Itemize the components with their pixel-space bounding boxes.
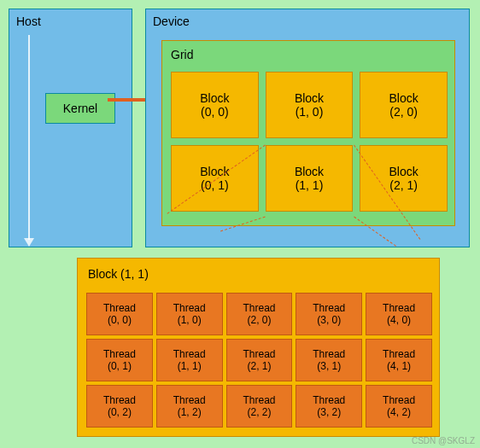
watermark-text: CSDN @SKGLZ (412, 436, 475, 445)
thread-coord: (2, 1) (247, 360, 271, 372)
block-detail-panel: Block (1, 1) Thread(0, 0) Thread(1, 0) T… (77, 258, 440, 437)
thread-cell: Thread(3, 1) (296, 339, 362, 381)
thread-label: Thread (103, 348, 136, 360)
block-cell: Block(2, 0) (360, 72, 448, 138)
thread-cell: Thread(3, 2) (296, 385, 362, 428)
thread-coord: (4, 0) (387, 314, 411, 326)
thread-coord: (1, 0) (178, 314, 202, 326)
blocks-container: Block(0, 0) Block(1, 0) Block(2, 0) Bloc… (171, 72, 448, 212)
thread-cell: Thread(1, 2) (156, 385, 223, 428)
block-label: Block (200, 91, 229, 105)
thread-cell: Thread(1, 0) (156, 293, 223, 335)
host-title: Host (16, 15, 41, 28)
block-label: Block (389, 165, 419, 178)
thread-label: Thread (313, 348, 345, 360)
thread-label: Thread (103, 302, 136, 314)
block-cell: Block(2, 1) (360, 145, 448, 212)
thread-cell: Thread(3, 0) (296, 293, 362, 335)
thread-label: Thread (173, 394, 206, 406)
thread-coord: (0, 2) (108, 406, 132, 418)
thread-label: Thread (313, 302, 345, 314)
block-coord: (1, 1) (296, 178, 324, 192)
thread-coord: (4, 1) (387, 360, 411, 372)
thread-cell: Thread(4, 1) (366, 339, 432, 381)
block-cell: Block(0, 0) (171, 72, 259, 138)
thread-coord: (0, 0) (108, 314, 132, 326)
thread-cell: Thread(1, 1) (156, 339, 223, 381)
block-coord: (0, 0) (201, 105, 229, 119)
thread-label: Thread (173, 302, 206, 314)
thread-coord: (3, 1) (317, 360, 341, 372)
thread-coord: (1, 1) (178, 360, 202, 372)
device-title: Device (153, 15, 190, 28)
thread-coord: (0, 1) (108, 360, 132, 372)
grid-box: Grid Block(0, 0) Block(1, 0) Block(2, 0)… (161, 40, 455, 226)
host-panel: Host Kernel (9, 9, 132, 247)
thread-label: Thread (383, 302, 415, 314)
thread-label: Thread (173, 348, 206, 360)
thread-cell: Thread(4, 0) (366, 293, 432, 335)
thread-label: Thread (243, 394, 275, 406)
timeline-arrow-icon (28, 35, 30, 240)
thread-cell: Thread(0, 0) (86, 293, 153, 335)
thread-coord: (2, 2) (247, 406, 271, 418)
thread-label: Thread (383, 348, 415, 360)
thread-label: Thread (383, 394, 415, 406)
grid-title: Grid (171, 48, 193, 61)
block-detail-title: Block (1, 1) (88, 267, 149, 281)
thread-label: Thread (313, 394, 345, 406)
kernel-box: Kernel (45, 93, 115, 124)
thread-coord: (4, 2) (387, 406, 411, 418)
thread-label: Thread (103, 394, 136, 406)
thread-cell: Thread(2, 2) (226, 385, 293, 428)
thread-coord: (3, 0) (317, 314, 341, 326)
thread-cell: Thread(0, 2) (86, 385, 153, 428)
block-cell: Block(1, 0) (266, 72, 354, 138)
block-label: Block (389, 91, 419, 105)
threads-container: Thread(0, 0) Thread(1, 0) Thread(2, 0) T… (86, 293, 432, 428)
kernel-label: Kernel (63, 102, 97, 115)
thread-cell: Thread(0, 1) (86, 339, 153, 381)
block-label: Block (295, 91, 324, 105)
thread-label: Thread (243, 302, 275, 314)
thread-label: Thread (243, 348, 275, 360)
block-cell: Block(1, 1) (266, 145, 354, 212)
thread-coord: (1, 2) (178, 406, 202, 418)
device-panel: Device Grid Block(0, 0) Block(1, 0) Bloc… (145, 9, 470, 247)
thread-cell: Thread(4, 2) (366, 385, 432, 428)
thread-cell: Thread(2, 1) (226, 339, 293, 381)
block-coord: (1, 0) (296, 105, 324, 119)
thread-cell: Thread(2, 0) (226, 293, 293, 335)
thread-coord: (2, 0) (247, 314, 271, 326)
thread-coord: (3, 2) (317, 406, 341, 418)
block-coord: (2, 1) (389, 178, 418, 192)
block-label: Block (295, 165, 324, 178)
block-coord: (2, 0) (389, 105, 418, 119)
